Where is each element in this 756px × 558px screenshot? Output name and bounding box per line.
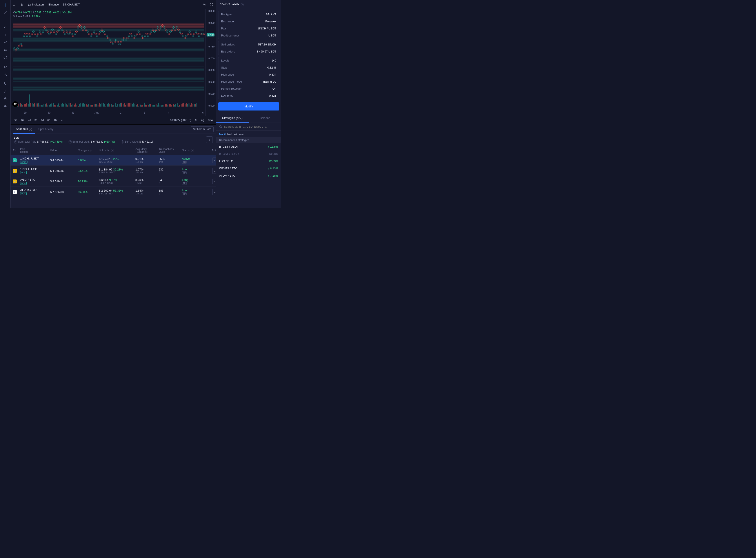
indicators-button[interactable]: ƒx Indicators <box>28 3 44 6</box>
search-icon <box>219 125 222 128</box>
tf-3d[interactable]: 3d <box>34 119 37 122</box>
tf-1d[interactable]: 1d <box>41 119 44 122</box>
lock-tool[interactable] <box>0 95 10 102</box>
text-tool[interactable] <box>0 31 10 39</box>
recommended-header: Recommended strategies <box>216 137 281 143</box>
stats-button[interactable] <box>212 189 216 195</box>
brush-tool[interactable] <box>0 24 10 31</box>
help-icon[interactable]: ? <box>89 149 92 152</box>
strategy-row[interactable]: BTCST / BUSD↑13.08% <box>216 150 281 157</box>
axis-log[interactable]: log <box>201 119 204 122</box>
detail-row: Step0.32 % <box>219 64 279 71</box>
svg-line-17 <box>6 75 7 76</box>
hide-tool[interactable] <box>0 102 10 110</box>
bot-type-badge: DCA <box>20 192 27 195</box>
tab-spot-history[interactable]: Spot history <box>35 125 56 134</box>
tradingview-badge[interactable]: TV <box>12 101 18 107</box>
help-icon[interactable]: ? <box>14 141 17 144</box>
exchange-label[interactable]: Binance <box>49 3 59 6</box>
y-axis[interactable]: 0.850 0.800 0.789 0.750 0.700 0.650 0.60… <box>205 9 216 116</box>
clock: 18:16:27 (UTC+3) <box>170 119 191 122</box>
help-icon[interactable]: ? <box>111 149 114 152</box>
strategy-row[interactable]: ATOM / BTC↑7.28% <box>216 172 281 179</box>
bot-value: $ 7 526.88 <box>50 190 76 194</box>
axis-auto[interactable]: auto <box>208 119 213 122</box>
fullscreen-icon[interactable] <box>210 3 213 6</box>
strategy-search-input[interactable] <box>224 125 278 128</box>
help-icon[interactable]: ? <box>121 141 124 144</box>
stats-button[interactable] <box>212 179 216 184</box>
svg-line-2 <box>4 11 7 14</box>
stay-draw-tool[interactable] <box>0 87 10 95</box>
detail-row: High price modeTrailing Up <box>219 78 279 85</box>
svg-rect-22 <box>22 4 22 5</box>
share-earn-button[interactable]: $ Share & Earn <box>191 126 213 132</box>
drawing-toolbar <box>0 0 10 208</box>
bots-table-header: Ex. PairBot type Value Change ? Bot prof… <box>10 146 216 155</box>
svg-rect-23 <box>22 4 23 5</box>
xaxis-settings-icon[interactable]: ⚙ <box>180 111 204 114</box>
magnet-tool[interactable] <box>0 80 10 87</box>
tf-3m[interactable]: 3m <box>14 119 17 122</box>
pattern-tool[interactable] <box>0 39 10 46</box>
filter-button[interactable] <box>206 136 213 143</box>
current-price-tag: 0.789 <box>207 33 215 36</box>
detail-row: High price0.834 <box>219 71 279 78</box>
stats-button[interactable] <box>212 157 216 163</box>
bot-type-badge: DCA <box>20 171 27 174</box>
details-block: Bot typeSBot V2ExchangePoloniexPair1INCH… <box>218 11 279 39</box>
detail-row: Bot typeSBot V2 <box>219 11 279 18</box>
zoom-tool[interactable] <box>0 71 10 78</box>
pair-label[interactable]: 1INCH/USDT <box>63 3 80 6</box>
tf-6h[interactable]: 6h <box>47 119 50 122</box>
details-block: Sell orders517.19 1INCHBuy orders3 490.5… <box>218 41 279 55</box>
detail-row: Pair1INCH / USDT <box>219 25 279 32</box>
bot-row[interactable]: ◆ 1INCH / USDTGRID $ 4 025.44 3.04% $ 12… <box>10 155 216 166</box>
tab-balance[interactable]: Balance <box>249 113 281 123</box>
bot-type-badge: DCA <box>20 182 27 185</box>
details-block: Levels140Step0.32 %High price0.834High p… <box>218 57 279 99</box>
trendline-tool[interactable] <box>0 9 10 16</box>
exchange-icon: ◆ <box>13 190 17 194</box>
detail-row: Levels140 <box>219 57 279 64</box>
chart-settings-icon[interactable] <box>203 3 207 6</box>
tab-spot-bots[interactable]: Spot bots (9) <box>13 125 35 134</box>
volume-readout: Volume SMA 9 82.28K <box>13 15 204 18</box>
modify-button[interactable]: Modify <box>218 102 279 110</box>
detail-row: Buy orders3 490.57 USDT <box>219 48 279 55</box>
tf-1m[interactable]: 1m <box>21 119 25 122</box>
bot-row[interactable]: ◆ ALPHA / BTCDCA $ 7 526.88 60.08% $ 2 6… <box>10 187 216 197</box>
svg-point-13 <box>5 57 5 57</box>
bot-value: $ 8 519.2 <box>50 180 76 183</box>
strategy-row[interactable]: WAVES / BTC↑8.13% <box>216 165 281 172</box>
svg-rect-15 <box>4 66 7 68</box>
goto-date-icon[interactable]: ⇥ <box>60 119 62 122</box>
axis-percent[interactable]: % <box>195 119 197 122</box>
tf-7d[interactable]: 7d <box>28 119 31 122</box>
detail-row: Low price0.521 <box>219 92 279 99</box>
strategy-row[interactable]: LDO / BTC↑12.03% <box>216 157 281 165</box>
bot-value: $ 4 366.36 <box>50 169 76 173</box>
fib-tool[interactable] <box>0 16 10 24</box>
bot-row[interactable]: ◆ AGIX / BTCDCA $ 8 519.2 20.93% $ 660.1… <box>10 176 216 187</box>
help-icon[interactable]: ? <box>69 141 72 144</box>
help-icon[interactable]: ? <box>241 3 244 6</box>
tab-strategies[interactable]: Strategies (427) <box>216 113 249 123</box>
help-icon[interactable]: ? <box>191 149 194 152</box>
tf-1h[interactable]: 1h <box>54 119 57 122</box>
stats-button[interactable] <box>212 168 216 174</box>
backtest-label: Month backtest result <box>216 131 281 137</box>
bot-pair: AGIX / BTC <box>20 178 49 181</box>
strategy-row[interactable]: BTCST / USDT↑13.5% <box>216 143 281 150</box>
svg-point-24 <box>204 4 205 5</box>
crosshair-tool[interactable] <box>0 1 10 9</box>
ruler-tool[interactable] <box>0 63 10 71</box>
position-tool[interactable] <box>0 46 10 54</box>
svg-point-12 <box>4 56 7 59</box>
timeframe-selector[interactable]: 1h <box>13 3 16 6</box>
emoji-tool[interactable] <box>0 54 10 61</box>
price-chart[interactable]: O0.789 H0.792 L0.787 C0.789 +0.001 (+0.1… <box>10 9 205 116</box>
bot-row[interactable]: ◆ 1INCH / USDTDCA $ 4 366.36 33.51% $ 1 … <box>10 166 216 176</box>
x-axis: 29 30 31 Aug 2 3 4 ⚙ <box>13 110 204 116</box>
candle-type-selector[interactable] <box>20 3 24 6</box>
